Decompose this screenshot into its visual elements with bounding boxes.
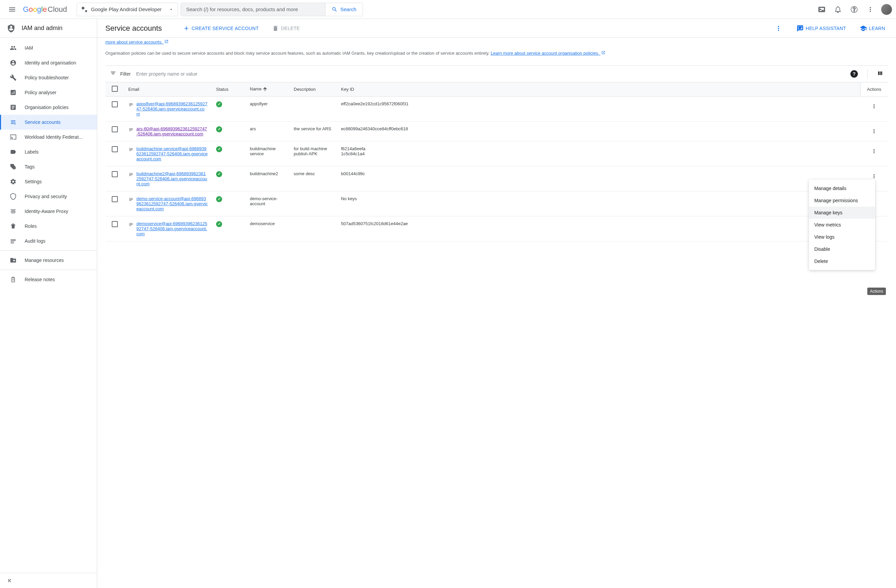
- menu-item-manage-permissions[interactable]: Manage permissions: [809, 194, 875, 207]
- sidebar-item-organisation-policies[interactable]: Organisation policies: [0, 100, 97, 115]
- service-account-email-link[interactable]: demo-service-account@api-696893962361259…: [136, 196, 208, 211]
- learn-more-accounts-link[interactable]: more about service accounts.: [105, 40, 168, 44]
- roles-icon: [10, 223, 17, 230]
- service-account-email-link[interactable]: ars-60@api-6968939623612592747-526406.ia…: [136, 126, 208, 136]
- sidebar-item-labels[interactable]: Labels: [0, 145, 97, 159]
- status-ok-icon: [216, 101, 222, 107]
- col-header-description[interactable]: Description: [290, 82, 337, 96]
- sidebar-item-identity-aware-proxy[interactable]: Identity-Aware Proxy: [0, 204, 97, 219]
- sidebar-item-tags[interactable]: Tags: [0, 159, 97, 174]
- menu-item-disable[interactable]: Disable: [809, 243, 875, 255]
- col-header-keyid[interactable]: Key ID: [337, 82, 860, 96]
- nav-label: Workload Identity Federat...: [24, 134, 83, 140]
- row-name: buildmachine service: [246, 141, 290, 166]
- row-checkbox[interactable]: [112, 126, 118, 132]
- hamburger-icon: [8, 5, 16, 14]
- sidebar-item-release-notes[interactable]: Release notes: [0, 272, 97, 287]
- chat-icon: [797, 25, 803, 32]
- nav-label: Labels: [24, 149, 38, 155]
- more-vert-icon: [871, 173, 877, 179]
- row-description: for build machine publish APK: [290, 141, 337, 166]
- proxy-icon: [10, 208, 17, 215]
- main-content: Service accounts CREATE SERVICE ACCOUNT …: [97, 19, 896, 588]
- row-name: demoservice: [246, 216, 290, 241]
- project-name: Google Play Android Developer: [91, 6, 162, 12]
- more-button[interactable]: [863, 2, 878, 17]
- row-keyid: 507ad5360751fc2018d61e44e2ae: [337, 216, 860, 241]
- notes-icon: [10, 276, 17, 283]
- project-picker[interactable]: Google Play Android Developer: [77, 3, 178, 16]
- filter-help-button[interactable]: ?: [850, 70, 858, 78]
- service-account-email-link[interactable]: buildmachine-service@api-696893962361259…: [136, 146, 208, 161]
- learn-more-policies-link[interactable]: Learn more about service account organis…: [491, 51, 605, 56]
- sidebar-item-roles[interactable]: Roles: [0, 219, 97, 233]
- menu-item-manage-keys[interactable]: Manage keys: [809, 207, 875, 219]
- learn-icon: [859, 24, 867, 32]
- row-actions-button[interactable]: [869, 126, 879, 136]
- delete-button[interactable]: DELETE: [270, 23, 302, 34]
- row-checkbox[interactable]: [112, 146, 118, 152]
- row-checkbox[interactable]: [112, 171, 118, 177]
- help-assistant-button[interactable]: HELP ASSISTANT: [794, 23, 849, 34]
- help-button[interactable]: [847, 2, 862, 17]
- sidebar-item-identity-and-organisation[interactable]: Identity and organisation: [0, 55, 97, 70]
- analyser-icon: [10, 89, 17, 96]
- trash-icon: [272, 25, 279, 32]
- gcp-logo[interactable]: Google Cloud: [23, 5, 67, 14]
- sidebar-item-policy-analyser[interactable]: Policy analyser: [0, 85, 97, 100]
- menu-item-delete[interactable]: Delete: [809, 255, 875, 267]
- row-checkbox[interactable]: [112, 196, 118, 202]
- row-description: [290, 191, 337, 216]
- notifications-button[interactable]: [830, 2, 845, 17]
- content-area[interactable]: more about service accounts. Organisatio…: [97, 38, 896, 588]
- header-icons: [814, 2, 892, 17]
- nav-label: Identity and organisation: [24, 60, 76, 66]
- sidebar-item-service-accounts[interactable]: Service accounts: [0, 115, 97, 129]
- col-header-name[interactable]: Name: [246, 82, 290, 96]
- service-account-icon: [128, 222, 134, 227]
- sidebar-item-iam[interactable]: IAM: [0, 41, 97, 55]
- user-avatar[interactable]: [881, 4, 892, 15]
- learn-button[interactable]: LEARN: [857, 23, 888, 34]
- sidebar-nav[interactable]: IAMIdentity and organisationPolicy troub…: [0, 38, 97, 573]
- menu-item-manage-details[interactable]: Manage details: [809, 182, 875, 194]
- toolbar-more-button[interactable]: [771, 21, 786, 36]
- search-input[interactable]: [181, 3, 325, 16]
- row-keyid: f6214a6eefa1c5c84c1a4: [337, 141, 860, 166]
- sidebar-item-workload-identity-federat-[interactable]: Workload Identity Federat...: [0, 129, 97, 145]
- select-all-checkbox[interactable]: [112, 86, 118, 92]
- status-ok-icon: [216, 146, 222, 152]
- row-name: demo-service-account: [246, 191, 290, 216]
- filter-input[interactable]: [135, 70, 846, 78]
- sidebar-item-policy-troubleshooter[interactable]: Policy troubleshooter: [0, 70, 97, 85]
- sidebar-item-privacy-and-security[interactable]: Privacy and security: [0, 189, 97, 204]
- row-actions-button[interactable]: [869, 146, 879, 156]
- row-actions-button[interactable]: [869, 101, 879, 111]
- sidebar-footer: [0, 573, 97, 588]
- row-description: [290, 96, 337, 121]
- menu-item-view-logs[interactable]: View logs: [809, 231, 875, 243]
- create-service-account-button[interactable]: CREATE SERVICE ACCOUNT: [180, 23, 262, 34]
- sidebar-item-audit-logs[interactable]: Audit logs: [0, 233, 97, 248]
- menu-item-view-metrics[interactable]: View metrics: [809, 219, 875, 231]
- row-keyid: eff2ca0ee2e192cd1c95672f060f31: [337, 96, 860, 121]
- col-header-email[interactable]: Email: [124, 82, 212, 96]
- sidebar-item-settings[interactable]: Settings: [0, 174, 97, 189]
- row-checkbox[interactable]: [112, 221, 118, 227]
- app-header: Google Cloud Google Play Android Develop…: [0, 0, 896, 19]
- col-header-status[interactable]: Status: [212, 82, 246, 96]
- row-checkbox[interactable]: [112, 101, 118, 107]
- nav-menu-button[interactable]: [4, 2, 20, 18]
- more-vert-icon: [867, 6, 874, 13]
- collapse-sidebar-button[interactable]: [7, 576, 16, 585]
- service-account-email-link[interactable]: buildmachine2@api-6968939623612592747-52…: [136, 171, 208, 186]
- more-vert-icon: [775, 24, 782, 32]
- search-button[interactable]: Search: [325, 3, 363, 16]
- sidebar-item-manage-resources[interactable]: Manage resources: [0, 253, 97, 268]
- column-display-button[interactable]: [877, 70, 883, 77]
- nav-label: Tags: [24, 164, 35, 169]
- service-account-email-link[interactable]: appsflyer@api-6968939623612592747-526406…: [136, 101, 208, 116]
- service-account-email-link[interactable]: demoservice@api-6968939623612592747-5264…: [136, 221, 208, 236]
- status-ok-icon: [216, 171, 222, 177]
- cloud-shell-button[interactable]: [814, 2, 829, 17]
